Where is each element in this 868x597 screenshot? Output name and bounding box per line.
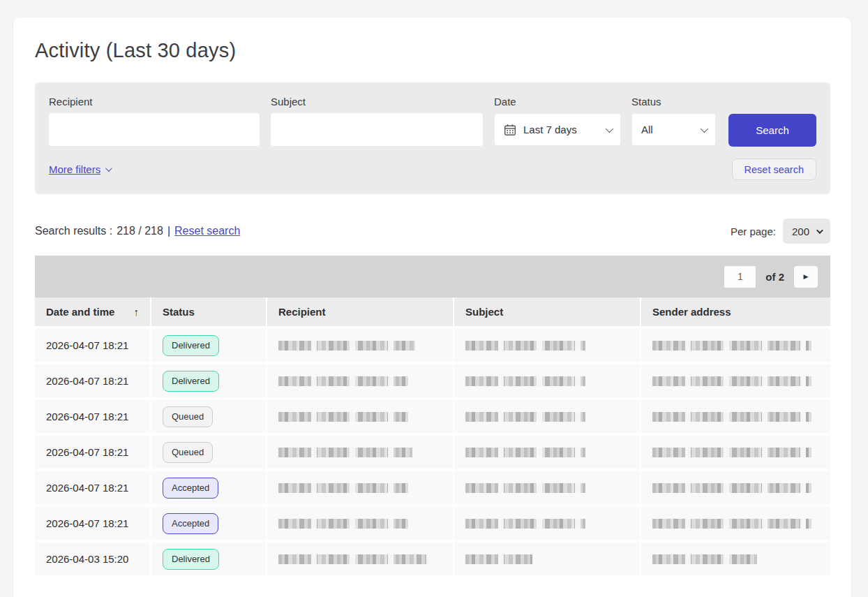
redacted-subject-text: [465, 519, 585, 529]
subject-input[interactable]: [271, 113, 483, 146]
cell-datetime: 2026-04-07 18:21: [35, 471, 151, 507]
cell-status: Accepted: [151, 507, 267, 543]
cell-status: Queued: [151, 400, 267, 436]
chevron-down-icon: [701, 124, 708, 132]
column-header-subject[interactable]: Subject: [454, 297, 641, 329]
results-summary-prefix: Search results :: [35, 225, 112, 237]
table-row[interactable]: 2026-04-07 18:21Queued: [35, 436, 830, 471]
sort-ascending-icon[interactable]: ↑: [134, 306, 140, 318]
cell-subject: [454, 364, 641, 400]
page-total-label: of 2: [765, 271, 784, 283]
status-select-value: All: [641, 124, 653, 135]
reset-search-link[interactable]: Reset search: [174, 225, 240, 237]
results-summary: Search results : 218 / 218 | Reset searc…: [35, 225, 240, 237]
status-badge: Delivered: [163, 549, 219, 570]
per-page-control: Per page: 200: [731, 219, 830, 244]
redacted-sender-text: [652, 483, 811, 493]
per-page-label: Per page:: [731, 226, 776, 237]
status-badge: Accepted: [163, 478, 218, 499]
cell-recipient: [267, 329, 454, 364]
table-row[interactable]: 2026-04-03 15:20Delivered: [35, 543, 830, 578]
cell-sender: [641, 436, 830, 471]
cell-datetime: 2026-04-07 18:21: [35, 436, 151, 471]
cell-subject: [454, 400, 641, 436]
cell-sender: [641, 329, 830, 364]
date-select[interactable]: Last 7 days: [494, 113, 621, 146]
cell-datetime: 2026-04-07 18:21: [35, 364, 151, 400]
redacted-subject-text: [465, 483, 585, 493]
activity-panel: Activity (Last 30 days) Recipient Subjec…: [13, 17, 851, 597]
status-badge: Queued: [163, 442, 213, 463]
redacted-recipient-text: [278, 341, 415, 351]
results-count: 218 / 218: [117, 225, 163, 237]
cell-recipient: [267, 400, 454, 436]
status-badge: Queued: [163, 406, 213, 427]
redacted-recipient-text: [278, 483, 408, 493]
table-row[interactable]: 2026-04-07 18:21Delivered: [35, 364, 830, 400]
cell-datetime: 2026-04-07 18:21: [35, 329, 151, 364]
column-header-status[interactable]: Status: [151, 297, 267, 329]
table-row[interactable]: 2026-04-07 18:21Delivered: [35, 329, 830, 364]
filter-fields-row: Recipient Subject Date: [49, 96, 816, 147]
filter-actions-row: More filters Reset search: [49, 159, 816, 180]
status-select[interactable]: All: [631, 113, 716, 146]
cell-subject: [454, 507, 641, 543]
cell-recipient: [267, 436, 454, 471]
cell-sender: [641, 507, 830, 543]
results-row: Search results : 218 / 218 | Reset searc…: [35, 219, 830, 244]
redacted-recipient-text: [278, 519, 408, 529]
table-row[interactable]: 2026-04-07 18:21Accepted: [35, 507, 830, 543]
cell-status: Delivered: [151, 543, 267, 578]
redacted-sender-text: [652, 554, 757, 564]
redacted-sender-text: [652, 448, 811, 457]
per-page-select[interactable]: 200: [783, 219, 830, 244]
cell-sender: [641, 400, 830, 436]
date-select-value: Last 7 days: [523, 124, 577, 135]
activity-table: Date and time ↑ Status Recipient Subject…: [35, 297, 830, 578]
chevron-down-icon: [606, 124, 613, 132]
cell-recipient: [267, 507, 454, 543]
recipient-label: Recipient: [49, 96, 260, 108]
redacted-recipient-text: [278, 448, 412, 457]
search-button[interactable]: Search: [728, 114, 816, 147]
redacted-sender-text: [652, 412, 811, 422]
redacted-recipient-text: [278, 554, 431, 564]
table-body: 2026-04-07 18:21Delivered2026-04-07 18:2…: [35, 329, 830, 578]
column-header-recipient[interactable]: Recipient: [267, 297, 454, 329]
column-header-datetime-label: Date and time: [46, 306, 114, 318]
chevron-down-icon: [816, 227, 823, 234]
per-page-value: 200: [792, 226, 809, 237]
cell-sender: [641, 471, 830, 507]
column-header-datetime[interactable]: Date and time ↑: [35, 297, 151, 329]
cell-recipient: [267, 543, 454, 578]
cell-status: Delivered: [151, 364, 267, 400]
redacted-sender-text: [652, 376, 811, 386]
redacted-subject-text: [465, 448, 585, 457]
page-title: Activity (Last 30 days): [35, 17, 830, 62]
chevron-down-icon: [105, 165, 112, 172]
redacted-sender-text: [652, 341, 811, 351]
table-row[interactable]: 2026-04-07 18:21Accepted: [35, 471, 830, 507]
reset-search-button[interactable]: Reset search: [732, 159, 816, 180]
page-number-input[interactable]: [724, 266, 756, 288]
cell-subject: [454, 329, 641, 364]
redacted-subject-text: [465, 412, 585, 422]
subject-filter-group: Subject: [271, 96, 483, 146]
cell-recipient: [267, 364, 454, 400]
status-badge: Delivered: [163, 371, 219, 392]
cell-sender: [641, 543, 830, 578]
results-divider: |: [167, 225, 170, 237]
cell-subject: [454, 436, 641, 471]
table-row[interactable]: 2026-04-07 18:21Queued: [35, 400, 830, 436]
redacted-subject-text: [465, 554, 532, 564]
calendar-icon: [504, 124, 516, 136]
cell-datetime: 2026-04-03 15:20: [35, 543, 151, 578]
column-header-sender[interactable]: Sender address: [641, 297, 830, 329]
recipient-input[interactable]: [49, 113, 260, 146]
more-filters-link[interactable]: More filters: [49, 163, 110, 175]
pagination-bar: of 2 ▶: [35, 256, 830, 297]
cell-subject: [454, 471, 641, 507]
redacted-sender-text: [652, 519, 811, 529]
next-page-button[interactable]: ▶: [794, 266, 818, 288]
cell-status: Delivered: [151, 329, 267, 364]
